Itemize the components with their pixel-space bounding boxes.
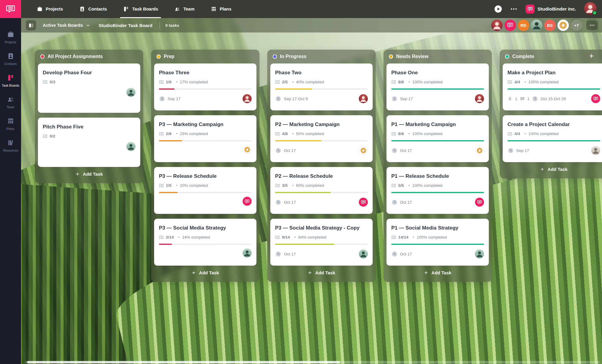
card-meta: Sep 17 [391, 94, 484, 103]
board-switcher-dropdown[interactable]: Active Task Boards [43, 23, 90, 28]
checklist-icon [43, 80, 48, 84]
task-card[interactable]: Phase Three1/617% completedSep 17 [154, 63, 256, 110]
progress-bar [159, 88, 252, 90]
card-meta: Oct 17 [275, 249, 368, 258]
progress-fill [391, 244, 484, 245]
task-title: Make a Project Plan [507, 69, 600, 76]
add-task-button[interactable]: Add Task [386, 266, 489, 279]
column-title: Complete [512, 54, 534, 59]
task-card[interactable]: P1 — Social Media Strategy14/14100% comp… [386, 219, 489, 266]
horizontal-scrollbar[interactable] [25, 361, 600, 363]
task-card[interactable]: Phase Two2/540% completedSep 17-Oct 9 [270, 63, 373, 110]
column-cards: Make a Project Plan4/4100% completed11Oc… [503, 63, 602, 162]
add-task-label: Add Task [199, 270, 219, 275]
tab-task-boards[interactable]: Task Boards [123, 0, 158, 18]
add-column-button[interactable] [585, 50, 598, 62]
assignee-row [159, 197, 252, 206]
contact-card-icon [7, 52, 14, 60]
progress-bar [275, 192, 368, 193]
ellipsis-icon [510, 5, 518, 13]
task-card[interactable]: Pitch Phase Five0/2 [38, 118, 140, 167]
add-task-label: Add Task [315, 270, 335, 275]
task-card[interactable]: P1 — Release Schedule5/5100% completedOc… [386, 167, 489, 214]
person-photo-avatar [591, 146, 600, 155]
nav-more-button[interactable] [510, 5, 518, 13]
sidebar-item-team[interactable]: Team [0, 96, 21, 109]
progress-bar [159, 192, 252, 193]
user-avatar-slot [584, 2, 597, 16]
task-card[interactable]: Create a Project Calendar4/4100% complet… [503, 115, 602, 162]
task-card[interactable]: P3 — Social Media Strategy2/1414% comple… [154, 219, 256, 266]
add-task-button[interactable]: Add Task [154, 266, 256, 279]
person-photo-avatar[interactable] [531, 20, 542, 31]
sidebar-item-task-boards[interactable]: Task Boards [0, 74, 21, 87]
due-date: Oct 17 [284, 148, 296, 153]
column-header: All Project Assignments [38, 50, 140, 63]
column-title: Needs Review [396, 54, 429, 59]
initials-avatar[interactable]: RD [518, 20, 529, 31]
sidebar-item-resources[interactable]: Resources [0, 139, 21, 152]
board-view-button[interactable] [26, 20, 36, 30]
checklist-row: 8/8100% completed [391, 80, 484, 84]
task-card[interactable]: Make a Project Plan4/4100% completed11Oc… [503, 63, 602, 110]
task-card[interactable]: P1 — Marketing Campaign8/8100% completed… [386, 115, 489, 162]
add-task-button[interactable]: Add Task [38, 167, 140, 181]
progress-bar [275, 140, 368, 141]
person-photo-avatar[interactable] [491, 20, 503, 31]
add-task-button[interactable]: Add Task [270, 266, 373, 279]
play-button[interactable] [494, 5, 502, 13]
progress-fill [391, 140, 484, 141]
person-photo-avatar [243, 248, 252, 258]
clock-icon [391, 199, 398, 205]
tab-plans[interactable]: Plans [211, 0, 231, 18]
workspace-switcher[interactable]: StudioBinder Inc. [526, 5, 576, 14]
percent-complete: 40% completed [290, 80, 324, 84]
percent-complete: 60% completed [290, 183, 324, 188]
overflow-count-avatar[interactable]: +7 [571, 20, 582, 31]
checklist-row: 4/4100% completed [507, 80, 600, 84]
checklist-icon [159, 184, 164, 187]
task-card[interactable]: P3 — Marketing Campaign2/825% completed [154, 115, 256, 162]
board-more-button[interactable] [586, 20, 598, 30]
task-card[interactable]: Phase One8/8100% completedSep 17 [386, 63, 489, 110]
task-card[interactable]: P2 — Marketing Campaign4/850% completedO… [270, 115, 373, 162]
tab-team[interactable]: Team [174, 0, 194, 18]
checklist-icon [391, 184, 396, 187]
task-title: P2 — Marketing Campaign [275, 121, 368, 128]
scrollbar-thumb[interactable] [27, 361, 340, 363]
task-title: Pitch Phase Five [43, 124, 135, 130]
card-meta: Oct 17 [391, 198, 484, 207]
card-meta: Oct 17 [275, 146, 368, 155]
progress-fill [275, 244, 334, 245]
add-task-button[interactable]: Add Task [503, 162, 602, 176]
person-photo-avatar[interactable] [584, 2, 597, 15]
initials-avatar[interactable]: BS [544, 20, 556, 31]
percent-complete: 100% completed [411, 235, 447, 239]
card-meta: 11Oct 15-Oct 29 [507, 94, 600, 103]
checklist-row: 14/14100% completed [391, 235, 484, 239]
task-card[interactable]: P3 — Social Media Strategy - Copy9/1464%… [270, 219, 373, 266]
tab-projects[interactable]: Projects [37, 0, 63, 18]
speech-bubble-icon [5, 4, 16, 14]
donut-avatar[interactable] [557, 20, 569, 31]
column-header: In Progress [270, 50, 373, 63]
studiobinder-logo-avatar[interactable] [504, 20, 516, 31]
checklist-count: 0/2 [50, 134, 55, 138]
briefcase-icon [7, 31, 14, 38]
task-card[interactable]: P3 — Release Schedule1/520% completed [154, 167, 256, 214]
task-card[interactable]: P2 — Release Schedule3/560% completedOct… [270, 167, 373, 214]
add-task-label: Add Task [83, 171, 103, 177]
task-card[interactable]: Develop Phase Four0/3 [38, 63, 140, 113]
tab-contacts[interactable]: Contacts [79, 0, 107, 18]
kanban-icon [123, 6, 129, 12]
sidebar-item-projects[interactable]: Projects [0, 31, 21, 44]
sidebar-item-contacts[interactable]: Contacts [0, 52, 21, 66]
person-photo-avatar [126, 142, 135, 151]
studiobinder-logo[interactable] [0, 0, 21, 18]
board-column-complete: CompleteMake a Project Plan4/4100% compl… [500, 50, 602, 178]
contact-card-icon [79, 6, 85, 12]
checklist-row: 8/8100% completed [391, 131, 484, 136]
column-cards: Phase Two2/540% completedSep 17-Oct 9P2 … [270, 63, 373, 266]
comment-icon [520, 96, 525, 101]
sidebar-item-plans[interactable]: Plans [0, 117, 21, 131]
